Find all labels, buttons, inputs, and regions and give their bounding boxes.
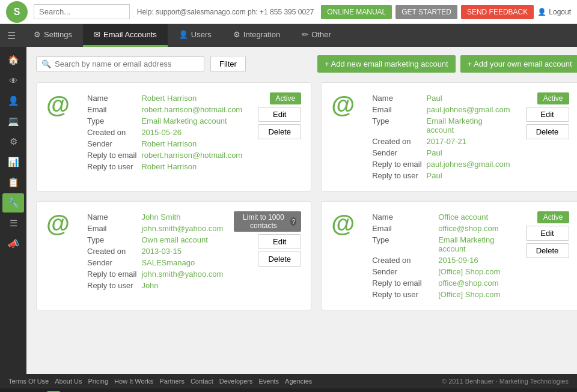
online-manual-button[interactable]: ONLINE MANUAL — [321, 5, 392, 19]
user-icon: 👤 — [537, 8, 546, 16]
field-value: john.smith@yahoo.com — [139, 268, 225, 280]
field-value: 2013-03-15 — [139, 246, 225, 257]
footer-link[interactable]: About Us — [55, 378, 82, 385]
field-label: Created on — [370, 255, 436, 266]
email-icon: ✉ — [94, 30, 100, 39]
card-field-row: Type Email Marketing account — [85, 115, 245, 127]
field-label: Name — [85, 211, 139, 223]
card-actions: Active Edit Delete — [521, 92, 569, 181]
field-label: Reply to email — [370, 158, 424, 170]
footer-bottom: Powered by 35 www.benhauer.com — [0, 388, 577, 392]
field-label: Reply to user — [370, 170, 424, 181]
footer-link[interactable]: Partners — [159, 378, 185, 385]
filter-button[interactable]: Filter — [210, 56, 246, 72]
layout: 🏠 👁 👤 💻 ⚙ 📊 📋 🔧 ☰ 📣 🔍 Filter + Add new e… — [0, 47, 577, 374]
field-value: John Smith — [139, 211, 225, 223]
card-field-row: Reply to email robert.harrison@hotmail.c… — [85, 149, 245, 161]
field-value: Email Marketing account — [436, 234, 512, 255]
tab-other[interactable]: ✏ Other — [291, 24, 342, 47]
card-field-row: Type Email Marketing account — [370, 115, 512, 136]
delete-button[interactable]: Delete — [258, 252, 301, 267]
field-label: Name — [85, 92, 139, 104]
field-value: Paul — [424, 92, 513, 104]
card-field-row: Name John Smith — [85, 211, 225, 223]
logout-link[interactable]: 👤 Logout — [537, 8, 571, 16]
field-label: Created on — [85, 127, 139, 138]
toolbar: 🔍 Filter + Add new email marketing accou… — [36, 55, 577, 73]
card-field-row: Created on 2015-05-26 — [85, 127, 245, 138]
card-field-row: Email paul.johnes@gmail.com — [370, 104, 512, 115]
card-field-row: Reply to user Robert Harrison — [85, 161, 245, 172]
sidebar-gear-icon[interactable]: ⚙ — [2, 132, 24, 151]
hamburger-icon[interactable]: ☰ — [0, 24, 23, 47]
footer-link[interactable]: Terms Of Use — [8, 378, 49, 385]
info-icon: ? — [290, 217, 296, 226]
search-wrapper: 🔍 — [36, 56, 204, 71]
field-label: Reply to email — [370, 277, 436, 289]
logo: S — [6, 1, 28, 23]
field-value: office@shop.com — [436, 277, 512, 289]
delete-button[interactable]: Delete — [258, 124, 301, 139]
card-field-row: Sender [Office] Shop.com — [370, 266, 512, 277]
card-actions: Active Edit Delete — [521, 211, 569, 300]
card-field-row: Email john.smith@yahoo.com — [85, 223, 225, 234]
tab-integration[interactable]: ⚙ Integration — [222, 24, 291, 47]
sidebar-stack-icon[interactable]: 📋 — [2, 173, 24, 192]
footer-link[interactable]: Developers — [219, 378, 253, 385]
footer-link[interactable]: How It Works — [114, 378, 153, 385]
footer-link[interactable]: Contact — [191, 378, 213, 385]
footer-link[interactable]: Agencies — [285, 378, 312, 385]
delete-button[interactable]: Delete — [526, 243, 569, 258]
delete-button[interactable]: Delete — [526, 124, 569, 139]
field-label: Email — [85, 104, 139, 115]
get-started-button[interactable]: GET STARTED — [395, 5, 457, 19]
edit-button[interactable]: Edit — [258, 107, 301, 122]
at-icon: @ — [46, 92, 76, 181]
field-label: Reply to user — [85, 161, 139, 172]
field-value: 2015-09-16 — [436, 255, 512, 266]
main-content: 🔍 Filter + Add new email marketing accou… — [26, 47, 577, 374]
footer-link[interactable]: Pricing — [88, 378, 108, 385]
add-email-marketing-button[interactable]: + Add new email marketing account — [317, 55, 456, 73]
card-field-row: Name Paul — [370, 92, 512, 104]
sidebar-home-icon[interactable]: 🏠 — [2, 50, 24, 70]
card-field-row: Reply to user [Office] Shop.com — [370, 289, 512, 300]
sidebar-list-icon[interactable]: ☰ — [2, 214, 24, 233]
sidebar-monitor-icon[interactable]: 💻 — [2, 112, 24, 131]
edit-button[interactable]: Edit — [526, 107, 569, 122]
nav-settings[interactable]: ⚙ Settings — [23, 24, 83, 47]
send-feedback-button[interactable]: SEND FEEDBACK — [461, 5, 534, 19]
footer-link[interactable]: Events — [258, 378, 279, 385]
tab-email-accounts[interactable]: ✉ Email Accounts — [83, 24, 168, 47]
nav-bar: ☰ ⚙ Settings ✉ Email Accounts 👤 Users ⚙ … — [0, 24, 577, 47]
tab-users[interactable]: 👤 Users — [168, 24, 222, 47]
edit-button[interactable]: Edit — [526, 226, 569, 241]
field-label: Name — [370, 92, 424, 104]
field-value: Robert Harrison — [139, 138, 245, 149]
sidebar-user-icon[interactable]: 👤 — [2, 91, 24, 110]
top-search-input[interactable] — [34, 4, 130, 19]
add-own-email-button[interactable]: + Add your own email account — [460, 55, 577, 73]
search-input[interactable] — [55, 59, 199, 68]
card-actions: Active Edit Delete — [253, 92, 301, 181]
field-label: Type — [370, 115, 424, 136]
sidebar-wrench-icon[interactable]: 🔧 — [2, 193, 24, 213]
sidebar-megaphone-icon[interactable]: 📣 — [2, 234, 24, 253]
field-label: Email — [370, 104, 424, 115]
field-value: robert.harrison@hotmail.com — [139, 104, 245, 115]
card-field-row: Name Robert Harrison — [85, 92, 245, 104]
card-field-row: Reply to email paul.johnes@gmail.com — [370, 158, 512, 170]
field-value: paul.johnes@gmail.com — [424, 158, 513, 170]
help-text: Help: support@salesmanago.com ph: +1 855… — [130, 8, 321, 16]
card-actions: Limit to 1000 contacts ? Edit Delete — [234, 211, 301, 300]
field-label: Sender — [370, 147, 424, 158]
sidebar-chart-icon[interactable]: 📊 — [2, 152, 24, 172]
field-label: Reply to user — [85, 280, 139, 291]
footer-links: Terms Of UseAbout UsPricingHow It WorksP… — [8, 378, 312, 385]
field-value: Robert Harrison — [139, 161, 245, 172]
card-field-row: Type Own email account — [85, 234, 225, 246]
field-value: Office account — [436, 211, 512, 223]
sidebar-eye-icon[interactable]: 👁 — [2, 71, 24, 90]
edit-button[interactable]: Edit — [258, 234, 301, 249]
at-icon: @ — [46, 211, 76, 300]
